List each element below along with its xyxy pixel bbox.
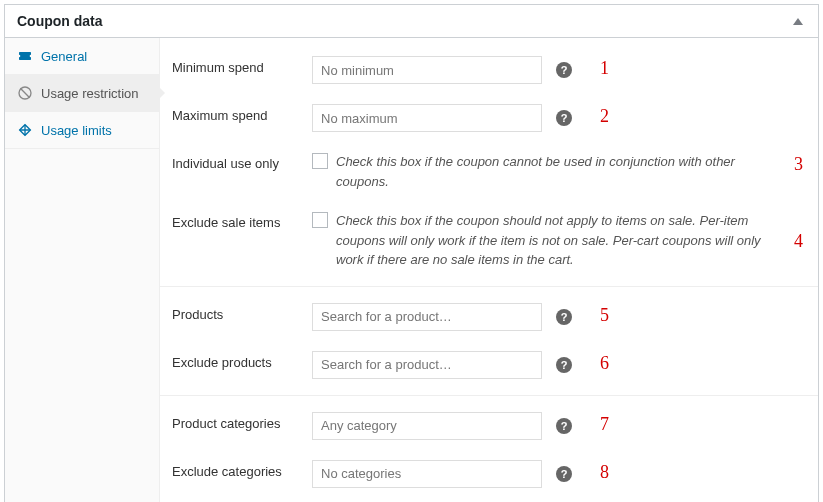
divider [160, 286, 818, 287]
arrows-icon [17, 122, 33, 138]
annotation-number: 7 [600, 414, 609, 435]
sidebar-item-label: General [41, 49, 87, 64]
help-icon[interactable]: ? [556, 62, 572, 78]
annotation-number: 8 [600, 462, 609, 483]
row-individual-use: Individual use only Check this box if th… [160, 142, 818, 201]
exclude-categories-input[interactable]: No categories [312, 460, 542, 488]
row-minimum-spend: Minimum spend ? 1 [160, 46, 818, 94]
row-maximum-spend: Maximum spend ? 2 [160, 94, 818, 142]
sidebar: General Usage restriction Usage limits [5, 38, 160, 502]
annotation-number: 6 [600, 353, 609, 374]
field-label: Individual use only [172, 152, 312, 171]
help-icon[interactable]: ? [556, 357, 572, 373]
sidebar-item-label: Usage restriction [41, 86, 139, 101]
row-exclude-sale: Exclude sale items Check this box if the… [160, 201, 818, 280]
help-icon[interactable]: ? [556, 466, 572, 482]
divider [160, 395, 818, 396]
ticket-icon [17, 48, 33, 64]
categories-input[interactable]: Any category [312, 412, 542, 440]
annotation-number: 1 [600, 58, 609, 79]
panel-header: Coupon data [5, 5, 818, 38]
products-input[interactable]: Search for a product… [312, 303, 542, 331]
exclude-products-input[interactable]: Search for a product… [312, 351, 542, 379]
panel-title: Coupon data [17, 13, 103, 29]
field-description: Check this box if the coupon should not … [336, 211, 766, 270]
exclude-sale-checkbox[interactable] [312, 212, 328, 228]
row-categories: Product categories Any category ? 7 [160, 402, 818, 450]
annotation-number: 5 [600, 305, 609, 326]
annotation-number: 4 [794, 231, 803, 252]
field-label: Exclude products [172, 351, 312, 370]
svg-line-1 [20, 88, 29, 97]
annotation-number: 3 [794, 154, 803, 175]
panel-body: General Usage restriction Usage limits M… [5, 38, 818, 502]
annotation-number: 2 [600, 106, 609, 127]
sidebar-item-label: Usage limits [41, 123, 112, 138]
field-label: Exclude categories [172, 460, 312, 479]
sidebar-item-general[interactable]: General [5, 38, 159, 75]
field-label: Maximum spend [172, 104, 312, 123]
field-label: Product categories [172, 412, 312, 431]
field-label: Exclude sale items [172, 211, 312, 230]
field-label: Minimum spend [172, 56, 312, 75]
row-exclude-categories: Exclude categories No categories ? 8 [160, 450, 818, 498]
content-area: Minimum spend ? 1 Maximum spend ? 2 Indi… [160, 38, 818, 502]
help-icon[interactable]: ? [556, 418, 572, 434]
coupon-data-panel: Coupon data General Usage restriction [4, 4, 819, 502]
collapse-icon[interactable] [790, 13, 806, 29]
ban-icon [17, 85, 33, 101]
sidebar-item-usage-limits[interactable]: Usage limits [5, 112, 159, 149]
help-icon[interactable]: ? [556, 110, 572, 126]
row-exclude-products: Exclude products Search for a product… ?… [160, 341, 818, 389]
field-label: Products [172, 303, 312, 322]
minimum-spend-input[interactable] [312, 56, 542, 84]
individual-use-checkbox[interactable] [312, 153, 328, 169]
help-icon[interactable]: ? [556, 309, 572, 325]
maximum-spend-input[interactable] [312, 104, 542, 132]
sidebar-item-usage-restriction[interactable]: Usage restriction [5, 75, 159, 112]
row-products: Products Search for a product… ? 5 [160, 293, 818, 341]
field-description: Check this box if the coupon cannot be u… [336, 152, 766, 191]
